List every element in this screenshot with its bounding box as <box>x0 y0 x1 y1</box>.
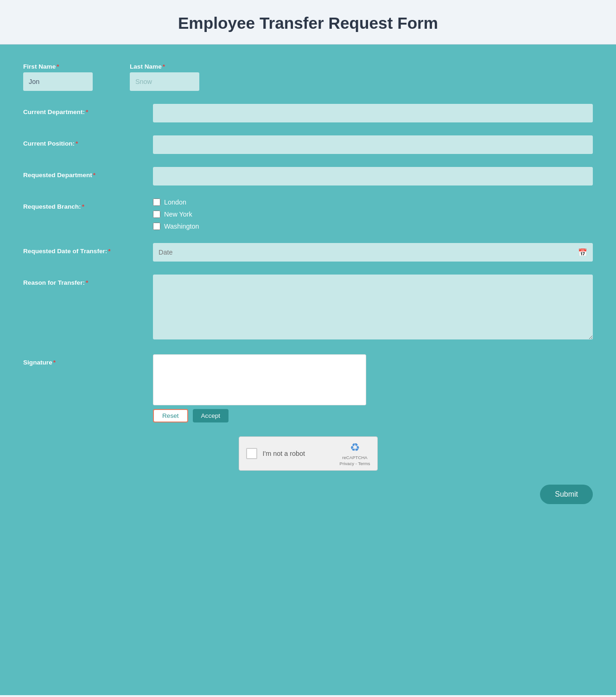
recaptcha-checkbox[interactable] <box>246 448 257 459</box>
page-header: Employee Transfer Request Form <box>0 0 616 45</box>
signature-canvas[interactable] <box>153 354 366 405</box>
current-position-label-col: Current Position:* <box>23 135 153 147</box>
branch-washington-checkbox[interactable] <box>153 223 160 230</box>
last-name-group: Last Name* <box>130 63 199 91</box>
branch-checkbox-group: London New York Washington <box>153 198 593 230</box>
transfer-date-input[interactable] <box>153 243 593 262</box>
current-department-input[interactable] <box>153 104 593 122</box>
signature-label: Signature* <box>23 359 56 366</box>
recaptcha-icon: ♻ <box>350 441 360 454</box>
main-content: First Name* Last Name* Current Departmen… <box>0 45 616 695</box>
branch-washington-item[interactable]: Washington <box>153 223 593 230</box>
requested-branch-row: Requested Branch:* London New York Washi… <box>23 198 593 230</box>
recaptcha-text: I'm not a robot <box>263 450 334 457</box>
first-name-required: * <box>57 63 59 70</box>
transfer-date-input-col: 📅 <box>153 243 593 262</box>
reason-transfer-textarea[interactable] <box>153 275 593 339</box>
last-name-input[interactable] <box>130 72 199 91</box>
first-name-input[interactable] <box>23 72 93 91</box>
recaptcha-privacy-links: Privacy - Terms <box>340 461 370 466</box>
recaptcha-label: reCAPTCHA <box>342 455 367 460</box>
first-name-group: First Name* <box>23 63 93 91</box>
signature-label-col: Signature* <box>23 354 153 366</box>
requested-department-label-col: Requested Department* <box>23 167 153 179</box>
branch-washington-label: Washington <box>164 223 199 230</box>
transfer-date-label-col: Requested Date of Transfer:* <box>23 243 153 255</box>
current-position-row: Current Position:* <box>23 135 593 154</box>
reason-transfer-label: Reason for Transfer:* <box>23 279 88 286</box>
recaptcha-logo: ♻ reCAPTCHA Privacy - Terms <box>340 441 370 467</box>
current-position-label: Current Position:* <box>23 140 78 147</box>
signature-row: Signature* Reset Accept <box>23 354 593 422</box>
current-position-input-col <box>153 135 593 154</box>
branch-london-checkbox[interactable] <box>153 198 160 206</box>
current-department-input-col <box>153 104 593 122</box>
current-department-label-col: Current Department:* <box>23 104 153 116</box>
reason-transfer-row: Reason for Transfer:* <box>23 275 593 341</box>
recaptcha-wrapper: I'm not a robot ♻ reCAPTCHA Privacy - Te… <box>23 436 593 471</box>
requested-department-row: Requested Department* <box>23 167 593 185</box>
requested-branch-label-col: Requested Branch:* <box>23 198 153 211</box>
first-name-label: First Name* <box>23 63 93 70</box>
last-name-required: * <box>163 63 165 70</box>
reason-transfer-label-col: Reason for Transfer:* <box>23 275 153 287</box>
reset-button[interactable]: Reset <box>153 409 188 422</box>
name-row: First Name* Last Name* <box>23 63 593 91</box>
page-title: Employee Transfer Request Form <box>0 14 616 32</box>
reason-transfer-input-col <box>153 275 593 341</box>
accept-button[interactable]: Accept <box>193 409 229 422</box>
branch-newyork-label: New York <box>164 211 192 218</box>
branch-newyork-item[interactable]: New York <box>153 211 593 218</box>
signature-input-col: Reset Accept <box>153 354 593 422</box>
submit-button[interactable]: Submit <box>540 485 593 504</box>
recaptcha-box[interactable]: I'm not a robot ♻ reCAPTCHA Privacy - Te… <box>239 436 378 471</box>
transfer-date-label: Requested Date of Transfer:* <box>23 248 111 255</box>
last-name-label: Last Name* <box>130 63 199 70</box>
current-position-input[interactable] <box>153 135 593 154</box>
branch-newyork-checkbox[interactable] <box>153 211 160 218</box>
date-input-wrapper: 📅 <box>153 243 593 262</box>
requested-department-input-col <box>153 167 593 185</box>
branch-london-item[interactable]: London <box>153 198 593 206</box>
calendar-icon: 📅 <box>578 248 587 257</box>
requested-branch-label: Requested Branch:* <box>23 203 84 210</box>
current-department-label: Current Department:* <box>23 109 88 115</box>
signature-buttons: Reset Accept <box>153 409 593 422</box>
transfer-date-row: Requested Date of Transfer:* 📅 <box>23 243 593 262</box>
submit-wrapper: Submit <box>23 485 593 504</box>
requested-department-label: Requested Department* <box>23 172 95 179</box>
current-department-row: Current Department:* <box>23 104 593 122</box>
requested-branch-options: London New York Washington <box>153 198 593 230</box>
requested-department-input[interactable] <box>153 167 593 185</box>
branch-london-label: London <box>164 198 186 206</box>
